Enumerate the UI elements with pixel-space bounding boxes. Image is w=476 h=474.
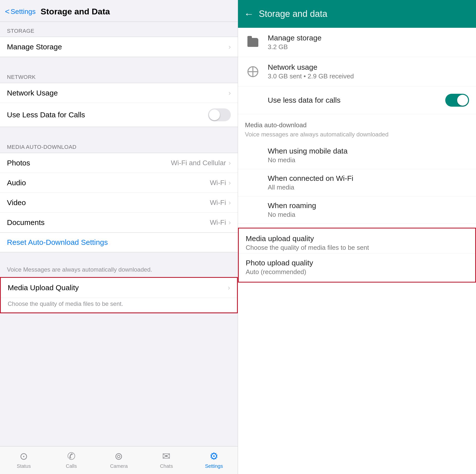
ios-media-upload-item[interactable]: Media Upload Quality › xyxy=(1,278,237,298)
ios-section-media-auto: MEDIA AUTO-DOWNLOAD xyxy=(0,138,238,153)
ios-media-upload-container: Media Upload Quality › Choose the qualit… xyxy=(0,277,238,313)
android-network-usage-text: Network usage 3.0 GB sent • 2.9 GB recei… xyxy=(268,63,469,80)
ios-photos-item[interactable]: Photos Wi-Fi and Cellular › xyxy=(0,153,238,173)
ios-tab-calls[interactable]: ✆ Calls xyxy=(48,450,95,469)
ios-photos-right: Wi-Fi and Cellular › xyxy=(171,159,231,167)
ios-back-button[interactable]: < Settings xyxy=(5,7,36,16)
ios-photos-label: Photos xyxy=(7,159,30,167)
ios-storage-list: Manage Storage › xyxy=(0,37,238,57)
camera-tab-icon: ⊚ xyxy=(115,450,123,462)
android-mobile-data-item[interactable]: When using mobile data No media xyxy=(238,142,476,169)
ios-media-upload-subtitle: Choose the quality of media files to be … xyxy=(1,298,237,313)
android-network-usage-title: Network usage xyxy=(268,63,469,71)
android-roaming-subtitle: No media xyxy=(268,211,469,219)
ios-audio-right: Wi-Fi › xyxy=(210,179,231,187)
ios-tab-settings[interactable]: ⚙ Settings xyxy=(190,450,238,469)
settings-tab-label: Settings xyxy=(205,463,223,469)
ios-video-right: Wi-Fi › xyxy=(210,199,231,207)
android-manage-storage-item[interactable]: Manage storage 3.2 GB xyxy=(238,28,476,57)
android-media-auto-header: Media auto-download xyxy=(245,121,469,131)
android-media-auto-note: Voice messages are always automatically … xyxy=(245,131,469,142)
ios-media-upload-label: Media Upload Quality xyxy=(8,284,79,292)
android-roaming-item[interactable]: When roaming No media xyxy=(238,196,476,224)
ios-tab-chats[interactable]: ✉ Chats xyxy=(143,450,190,469)
android-network-usage-item[interactable]: Network usage 3.0 GB sent • 2.9 GB recei… xyxy=(238,57,476,86)
settings-tab-icon: ⚙ xyxy=(209,450,218,462)
android-media-upload-header-container: Media upload quality Choose the quality … xyxy=(239,228,475,253)
ios-network-usage-right: › xyxy=(229,89,231,97)
ios-header: < Settings Storage and Data xyxy=(0,0,238,22)
ios-photos-value: Wi-Fi and Cellular xyxy=(171,159,226,167)
video-chevron-icon: › xyxy=(229,199,231,207)
android-manage-storage-title: Manage storage xyxy=(268,34,469,42)
ios-documents-right: Wi-Fi › xyxy=(210,219,231,226)
android-mobile-data-subtitle: No media xyxy=(268,156,469,164)
android-manage-storage-subtitle: 3.2 GB xyxy=(268,43,469,51)
android-no-icon xyxy=(245,92,261,108)
android-photo-upload-title: Photo upload quality xyxy=(246,259,468,267)
calls-tab-label: Calls xyxy=(66,463,77,469)
android-back-icon[interactable]: ← xyxy=(244,8,254,20)
ios-audio-value: Wi-Fi xyxy=(210,179,226,187)
manage-storage-chevron-icon: › xyxy=(229,43,231,51)
ios-video-label: Video xyxy=(7,198,26,207)
android-roaming-title: When roaming xyxy=(268,201,469,210)
ios-documents-item[interactable]: Documents Wi-Fi › xyxy=(0,213,238,232)
status-tab-icon: ⊙ xyxy=(20,450,28,462)
ios-video-value: Wi-Fi xyxy=(210,199,226,207)
ios-manage-storage-label: Manage Storage xyxy=(7,43,62,51)
chats-tab-icon: ✉ xyxy=(162,450,171,462)
calls-tab-icon: ✆ xyxy=(67,450,76,462)
ios-spacer-3 xyxy=(0,252,238,263)
android-use-less-data-toggle[interactable] xyxy=(445,94,469,107)
ios-use-less-data-toggle[interactable] xyxy=(208,108,231,121)
ios-use-less-data-right xyxy=(208,108,231,121)
ios-media-upload-right: › xyxy=(228,284,230,292)
ios-media-auto-list: Photos Wi-Fi and Cellular › Audio Wi-Fi … xyxy=(0,153,238,233)
ios-documents-label: Documents xyxy=(7,218,45,227)
ios-page-title: Storage and Data xyxy=(41,7,110,16)
ios-reset-label[interactable]: Reset Auto-Download Settings xyxy=(7,238,108,246)
android-panel: ← Storage and data Manage storage 3.2 GB… xyxy=(238,0,476,474)
android-wifi-subtitle: All media xyxy=(268,184,469,191)
ios-manage-storage-item[interactable]: Manage Storage › xyxy=(0,37,238,57)
android-media-upload-section: Media upload quality Choose the quality … xyxy=(238,228,476,283)
network-icon xyxy=(245,64,261,80)
chats-tab-label: Chats xyxy=(160,463,173,469)
ios-spacer-2 xyxy=(0,127,238,138)
folder-icon xyxy=(245,34,261,50)
android-toggle-thumb xyxy=(457,95,468,106)
ios-panel: < Settings Storage and Data STORAGE Mana… xyxy=(0,0,238,474)
ios-section-storage: STORAGE xyxy=(0,22,238,37)
android-wifi-item[interactable]: When connected on Wi-Fi All media xyxy=(238,169,476,196)
ios-tab-camera[interactable]: ⊚ Camera xyxy=(95,450,143,469)
android-media-auto-header-container: Media auto-download Voice messages are a… xyxy=(238,114,476,142)
android-header-title: Storage and data xyxy=(259,9,327,19)
android-manage-storage-text: Manage storage 3.2 GB xyxy=(268,34,469,51)
android-photo-upload-item[interactable]: Photo upload quality Auto (recommended) xyxy=(239,253,475,282)
ios-section-network: NETWORK xyxy=(0,68,238,83)
network-usage-chevron-icon: › xyxy=(229,89,231,97)
status-tab-label: Status xyxy=(17,463,31,469)
android-mobile-data-title: When using mobile data xyxy=(268,147,469,155)
android-use-less-data-title: Use less data for calls xyxy=(268,96,445,104)
android-header: ← Storage and data xyxy=(238,0,476,28)
camera-tab-label: Camera xyxy=(110,463,128,469)
ios-network-usage-label: Network Usage xyxy=(7,89,58,97)
android-network-usage-subtitle: 3.0 GB sent • 2.9 GB received xyxy=(268,72,469,80)
ios-video-item[interactable]: Video Wi-Fi › xyxy=(0,193,238,213)
android-media-upload-subtitle: Choose the quality of media files to be … xyxy=(246,244,468,252)
android-content: Manage storage 3.2 GB Network usage 3.0 … xyxy=(238,28,476,474)
ios-back-label[interactable]: Settings xyxy=(11,8,36,16)
ios-use-less-data-item: Use Less Data for Calls xyxy=(0,103,238,127)
ios-reset-container: Reset Auto-Download Settings xyxy=(0,233,238,252)
android-use-less-data-item: Use less data for calls xyxy=(238,86,476,114)
ios-voice-note: Voice Messages are always automatically … xyxy=(0,263,238,277)
ios-audio-label: Audio xyxy=(7,179,26,187)
ios-network-list: Network Usage › Use Less Data for Calls xyxy=(0,83,238,127)
ios-network-usage-item[interactable]: Network Usage › xyxy=(0,83,238,103)
ios-tab-bar: ⊙ Status ✆ Calls ⊚ Camera ✉ Chats ⚙ Sett… xyxy=(0,446,238,474)
ios-audio-item[interactable]: Audio Wi-Fi › xyxy=(0,173,238,193)
ios-tab-status[interactable]: ⊙ Status xyxy=(0,450,48,469)
android-use-less-data-text: Use less data for calls xyxy=(268,96,445,104)
